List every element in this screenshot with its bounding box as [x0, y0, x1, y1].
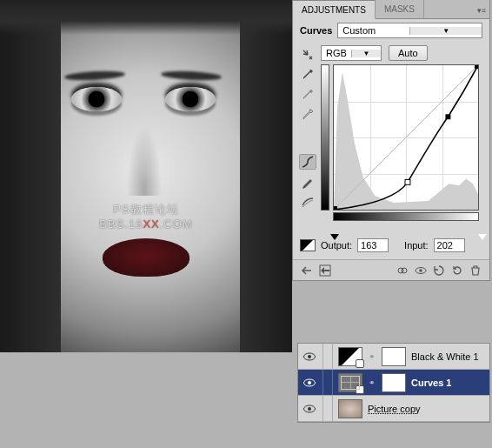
visibility-toggle-icon[interactable] [302, 405, 317, 413]
curves-graph[interactable] [333, 64, 479, 211]
adjustments-panel: ADJUSTMENTS MASKS ▾≡ Curves Custom ▼ RGB [292, 0, 490, 281]
mask-link-icon[interactable]: ⚭ [368, 352, 376, 361]
adjustment-badge-icon [356, 359, 364, 368]
auto-button[interactable]: Auto [389, 45, 428, 61]
layer-row-black-white[interactable]: ⚭ Black & White 1 [298, 344, 489, 370]
white-point-slider[interactable] [478, 234, 487, 240]
return-to-list-icon[interactable] [298, 264, 316, 277]
image-detail [127, 126, 162, 196]
image-detail [165, 87, 216, 111]
layers-panel: ⚭ Black & White 1 ⚭ Curves 1 Picture cop… [297, 343, 490, 423]
curves-tool-column [298, 45, 317, 221]
eyedropper-white-icon[interactable] [299, 107, 316, 123]
layer-name[interactable]: Curves 1 [411, 378, 451, 388]
delete-adjustment-icon[interactable] [467, 264, 484, 277]
channel-value: RGB [322, 48, 351, 58]
point-curve-tool-icon[interactable] [299, 154, 316, 170]
svg-point-13 [308, 381, 311, 384]
link-column [322, 396, 333, 421]
clip-to-layer-icon[interactable] [394, 264, 411, 277]
smooth-curve-icon[interactable] [299, 194, 316, 210]
panel-menu-icon[interactable]: ▾≡ [474, 3, 489, 18]
link-column [322, 370, 333, 395]
tab-masks[interactable]: MASKS [376, 0, 424, 18]
black-point-slider[interactable] [330, 234, 339, 240]
svg-point-11 [308, 355, 311, 358]
adjustment-badge-icon [356, 385, 364, 394]
adjustment-thumb-bw[interactable] [338, 347, 362, 366]
image-detail [71, 87, 122, 111]
layer-row-curves[interactable]: ⚭ Curves 1 [298, 370, 489, 396]
svg-point-7 [402, 268, 407, 273]
output-label: Output: [321, 240, 352, 251]
svg-rect-4 [475, 65, 478, 69]
document-canvas[interactable]: PS教程论坛 BBS.16XX.COM [0, 0, 292, 352]
mask-link-icon[interactable]: ⚭ [368, 378, 376, 387]
svg-rect-3 [334, 206, 337, 210]
svg-rect-1 [405, 179, 410, 184]
watermark-line2: BBS.16XX.COM [99, 217, 192, 231]
mask-thumb[interactable] [382, 347, 406, 366]
toggle-visibility-icon[interactable] [412, 264, 429, 277]
image-detail [103, 238, 189, 277]
image-thumb[interactable] [338, 399, 362, 418]
image-detail [0, 0, 292, 35]
visibility-toggle-icon[interactable] [302, 352, 317, 361]
chevron-down-icon: ▼ [351, 50, 381, 57]
mask-thumb[interactable] [382, 373, 406, 392]
image-detail [0, 0, 61, 352]
channel-dropdown[interactable]: RGB ▼ [321, 45, 382, 61]
eyedropper-gray-icon[interactable] [299, 87, 316, 103]
panel-footer [293, 259, 489, 280]
adjustment-thumb-curves[interactable] [338, 373, 362, 392]
tab-adjustments[interactable]: ADJUSTMENTS [293, 0, 376, 19]
image-detail [240, 0, 292, 352]
previous-state-icon[interactable] [430, 264, 448, 277]
reset-icon[interactable] [449, 264, 466, 277]
panel-tabs: ADJUSTMENTS MASKS ▾≡ [293, 0, 489, 19]
preset-value: Custom [338, 25, 409, 36]
svg-point-15 [308, 407, 311, 411]
chevron-down-icon: ▼ [409, 27, 482, 35]
visibility-toggle-icon[interactable] [302, 378, 317, 387]
expand-view-icon[interactable] [316, 264, 334, 277]
clip-preview-icon[interactable] [300, 239, 316, 251]
preset-dropdown[interactable]: Custom ▼ [337, 23, 482, 38]
input-gradient [333, 212, 479, 221]
layer-row-picture[interactable]: Picture copy [298, 396, 489, 422]
histogram [334, 65, 478, 210]
link-column [322, 344, 333, 369]
output-gradient [321, 64, 329, 211]
pencil-curve-tool-icon[interactable] [299, 174, 316, 190]
svg-rect-2 [445, 114, 450, 119]
output-field[interactable] [357, 238, 389, 252]
watermark-line1: PS教程论坛 [99, 202, 192, 217]
svg-point-9 [419, 269, 422, 272]
input-label: Input: [404, 240, 429, 251]
scrubber-tool-icon[interactable] [299, 47, 316, 63]
watermark: PS教程论坛 BBS.16XX.COM [99, 202, 192, 231]
layer-name[interactable]: Picture copy [368, 404, 421, 414]
panel-title: Curves [300, 25, 332, 36]
eyedropper-icon[interactable] [299, 67, 316, 83]
input-field[interactable] [434, 238, 465, 252]
layer-name[interactable]: Black & White 1 [411, 351, 479, 362]
